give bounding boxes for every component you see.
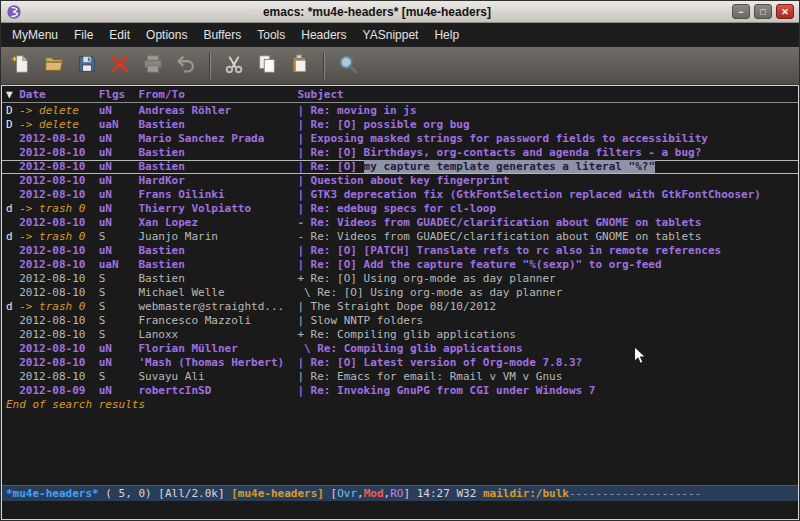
menu-item-file[interactable]: File bbox=[66, 24, 101, 46]
subject-cell: | Re: [O] [PATCH] Translate refs to rc a… bbox=[297, 244, 798, 258]
menu-item-mymenu[interactable]: MyMenu bbox=[4, 24, 66, 46]
from-cell: Mario Sanchez Prada bbox=[138, 132, 297, 146]
toolbar-separator bbox=[323, 53, 325, 79]
menu-item-edit[interactable]: Edit bbox=[101, 24, 138, 46]
column-header-subject[interactable]: Subject bbox=[297, 88, 798, 101]
search-match-highlight: my capture template generates a literal … bbox=[364, 160, 655, 173]
message-row[interactable]: 2012-08-10uNFrans Oilinki| GTK3 deprecat… bbox=[2, 188, 798, 202]
from-cell: Bastien bbox=[138, 272, 297, 286]
mode-line[interactable]: *mu4e-headers* ( 5, 0) [All/2.0k] [mu4e-… bbox=[2, 485, 798, 501]
subject-cell: + Re: [O] Using org-mode as day planner bbox=[297, 272, 798, 286]
from-cell: Bastien bbox=[138, 244, 297, 258]
end-of-results-message: End of search results bbox=[2, 398, 798, 412]
new-file-button[interactable] bbox=[6, 51, 36, 81]
date-cell: -> delete bbox=[19, 118, 98, 132]
mark-cell bbox=[6, 342, 19, 356]
message-row[interactable]: D-> deleteuaNBastien| Re: [O] possible o… bbox=[2, 118, 798, 132]
message-row[interactable]: 2012-08-10uaNBastien| Re: [O] Add the ca… bbox=[2, 258, 798, 272]
date-cell: 2012-08-10 bbox=[19, 174, 98, 188]
flags-cell: uN bbox=[99, 244, 139, 258]
column-header-flags[interactable]: Flgs bbox=[99, 88, 139, 101]
message-row[interactable]: 2012-08-10uN'Mash (Thomas Herbert)| Re: … bbox=[2, 356, 798, 370]
print-buffer-icon bbox=[142, 53, 164, 78]
message-row[interactable]: 2012-08-10uNBastien| Re: [O] [PATCH] Tra… bbox=[2, 244, 798, 258]
date-cell: 2012-08-10 bbox=[19, 314, 98, 328]
sort-direction-icon[interactable]: ▼ bbox=[6, 88, 19, 101]
mark-cell bbox=[6, 258, 19, 272]
titlebar[interactable]: emacs: *mu4e-headers* [mu4e-headers] − □… bbox=[1, 1, 799, 23]
menu-item-yasnippet[interactable]: YASnippet bbox=[355, 24, 427, 46]
flags-cell: uN bbox=[99, 160, 139, 174]
mark-cell bbox=[6, 146, 19, 160]
from-cell: 'Mash (Thomas Herbert) bbox=[138, 356, 297, 370]
flags-cell: S bbox=[99, 230, 139, 244]
mark-cell bbox=[6, 216, 19, 230]
message-row[interactable]: 2012-08-10uNFlorian Müllner \ Re: Compil… bbox=[2, 342, 798, 356]
flags-cell: S bbox=[99, 300, 139, 314]
copy-button[interactable] bbox=[252, 51, 282, 81]
subject-cell: | Re: [O] my capture template generates … bbox=[297, 160, 798, 174]
message-row[interactable]: 2012-08-10uNXan Lopez- Re: Videos from G… bbox=[2, 216, 798, 230]
menu-item-tools[interactable]: Tools bbox=[249, 24, 293, 46]
undo-button[interactable] bbox=[171, 51, 201, 81]
menu-item-buffers[interactable]: Buffers bbox=[195, 24, 249, 46]
maximize-button[interactable]: □ bbox=[754, 4, 772, 19]
from-cell: Michael Welle bbox=[138, 286, 297, 300]
message-list[interactable]: D-> deleteuNAndreas Röhler| Re: moving i… bbox=[2, 103, 798, 485]
flags-cell: S bbox=[99, 328, 139, 342]
message-row[interactable]: D-> deleteuNAndreas Röhler| Re: moving i… bbox=[2, 104, 798, 118]
flags-cell: uN bbox=[99, 342, 139, 356]
message-row[interactable]: 2012-08-10uNMario Sanchez Prada| Exposin… bbox=[2, 132, 798, 146]
menu-item-headers[interactable]: Headers bbox=[293, 24, 354, 46]
cut-button[interactable] bbox=[219, 51, 249, 81]
paste-button[interactable] bbox=[285, 51, 315, 81]
from-cell: robertcInSD bbox=[138, 384, 297, 398]
from-cell: Frans Oilinki bbox=[138, 188, 297, 202]
from-cell: webmaster@straightd... bbox=[138, 300, 297, 314]
subject-cell: | The Straight Dope 08/10/2012 bbox=[297, 300, 798, 314]
menu-item-options[interactable]: Options bbox=[138, 24, 195, 46]
mouse-cursor bbox=[633, 345, 647, 366]
date-cell: 2012-08-09 bbox=[19, 384, 98, 398]
flags-cell: uN bbox=[99, 188, 139, 202]
mark-cell: d bbox=[6, 202, 19, 216]
mark-cell bbox=[6, 370, 19, 384]
menu-item-help[interactable]: Help bbox=[426, 24, 467, 46]
message-row[interactable]: 2012-08-10uNHardKor| Question about key … bbox=[2, 174, 798, 188]
from-cell: Andreas Röhler bbox=[138, 104, 297, 118]
message-row[interactable]: 2012-08-09uNrobertcInSD| Re: Invoking Gn… bbox=[2, 384, 798, 398]
message-row[interactable]: 2012-08-10SFrancesco Mazzoli| Slow NNTP … bbox=[2, 314, 798, 328]
subject-cell: | Re: Emacs for email: Rmail v VM v Gnus bbox=[297, 370, 798, 384]
save-buffer-button[interactable] bbox=[72, 51, 102, 81]
emacs-window: emacs: *mu4e-headers* [mu4e-headers] − □… bbox=[0, 0, 800, 521]
message-row[interactable]: d-> trash 0SJuanjo Marin- Re: Videos fro… bbox=[2, 230, 798, 244]
message-row[interactable]: d-> trash 0Swebmaster@straightd...| The … bbox=[2, 300, 798, 314]
date-cell: 2012-08-10 bbox=[19, 216, 98, 230]
flags-cell: uN bbox=[99, 174, 139, 188]
message-row[interactable]: 2012-08-10SSuvayu Ali| Re: Emacs for ema… bbox=[2, 370, 798, 384]
column-header-date[interactable]: Date bbox=[19, 88, 98, 101]
date-cell: 2012-08-10 bbox=[19, 244, 98, 258]
from-cell: Juanjo Marin bbox=[138, 230, 297, 244]
message-row[interactable]: 2012-08-10SBastien+ Re: [O] Using org-mo… bbox=[2, 272, 798, 286]
cut-icon bbox=[223, 53, 245, 78]
print-buffer-button[interactable] bbox=[138, 51, 168, 81]
modeline-segment-plain: 14:27 W32 bbox=[417, 487, 483, 500]
subject-cell: | Re: moving in js bbox=[297, 104, 798, 118]
from-cell: Bastien bbox=[138, 118, 297, 132]
emacs-icon bbox=[6, 4, 22, 20]
message-row[interactable]: 2012-08-10uNBastien| Re: [O] Birthdays, … bbox=[2, 146, 798, 160]
minimize-button[interactable]: − bbox=[732, 4, 750, 19]
open-file-button[interactable] bbox=[39, 51, 69, 81]
kill-buffer-button[interactable] bbox=[105, 51, 135, 81]
search-button[interactable] bbox=[333, 51, 363, 81]
message-rows: D-> deleteuNAndreas Röhler| Re: moving i… bbox=[2, 104, 798, 398]
message-row[interactable]: 2012-08-10SMichael Welle \ Re: [O] Using… bbox=[2, 286, 798, 300]
message-row[interactable]: d-> trash 0uNThierry Volpiatto| Re: edeb… bbox=[2, 202, 798, 216]
subject-cell: | Re: [O] Latest version of Org-mode 7.8… bbox=[297, 356, 798, 370]
date-cell: 2012-08-10 bbox=[19, 146, 98, 160]
close-button[interactable]: ✕ bbox=[776, 4, 794, 19]
message-row[interactable]: 2012-08-10uNBastien| Re: [O] my capture … bbox=[2, 160, 798, 174]
column-header-from[interactable]: From/To bbox=[138, 88, 297, 101]
message-row[interactable]: 2012-08-10SLanoxx+ Re: Compiling glib ap… bbox=[2, 328, 798, 342]
